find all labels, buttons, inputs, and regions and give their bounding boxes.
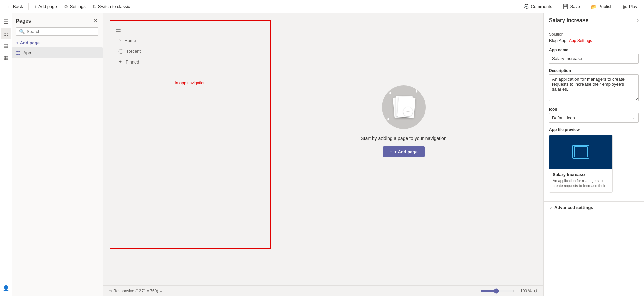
icon-label: Icon — [549, 107, 639, 112]
icon-group: Icon Default icon Custom icon ⌄ — [549, 107, 639, 123]
nav-pinned-item[interactable]: ✦ Pinned — [114, 56, 266, 67]
app-tile-header — [549, 135, 612, 169]
sidebar-data-icon[interactable]: ▦ — [1, 52, 11, 63]
app-tile-name: Salary Increase — [553, 172, 609, 177]
pages-panel: Pages ✕ 🔍 + Add page ☷ App ⋯ — [12, 13, 103, 296]
app-name-label: App name — [549, 48, 639, 52]
page-item-more-button[interactable]: ⋯ — [93, 50, 98, 56]
sparkle-icon-2: ✦ — [414, 88, 419, 94]
canvas-container: ☰ ⌂ Home ◯ Recent ✦ Pinned In app naviga… — [103, 13, 543, 285]
nav-home-item[interactable]: ⌂ Home — [114, 35, 266, 46]
play-icon: ▶ — [623, 4, 627, 9]
home-icon: ⌂ — [118, 38, 121, 43]
chevron-down-icon: ⌄ — [159, 289, 163, 293]
sidebar-layers-icon[interactable]: ▤ — [1, 40, 11, 51]
switch-classic-button[interactable]: ⇅ Switch to classic — [90, 3, 133, 11]
sparkle-icon-3: ✦ — [386, 116, 390, 122]
pin-icon: ✦ — [118, 59, 122, 65]
app-tile-description: An application for managers to create re… — [553, 178, 609, 189]
advanced-settings[interactable]: ⌄ Advanced settings — [544, 201, 644, 213]
icon-sidebar: ☰ ☷ ▤ ▦ 👤 — [0, 13, 12, 296]
settings-button[interactable]: ⚙ Settings — [61, 3, 88, 11]
panel-close-button[interactable]: › — [637, 17, 639, 24]
placeholder-icon: + ✦ ✦ ✦ — [382, 85, 426, 129]
add-page-sidebar-button[interactable]: + Add page — [12, 38, 103, 47]
right-panel: Salary Increase › Solution Blog App App … — [543, 13, 644, 296]
add-circle-icon: + — [403, 107, 413, 116]
chevron-down-icon: ⌄ — [549, 205, 552, 210]
comment-icon: 💬 — [524, 4, 529, 9]
add-page-button[interactable]: + Add page — [31, 3, 60, 11]
page-item-icon: ☷ — [16, 50, 21, 56]
publish-button[interactable]: 📂 Publish — [588, 3, 615, 11]
zoom-control: − + 100 % ↺ — [476, 288, 538, 294]
app-settings-link[interactable]: App Settings — [569, 38, 592, 43]
top-bar: ← Back + Add page ⚙ Settings ⇅ Switch to… — [0, 0, 644, 13]
app-tile-preview-group: App tile preview Salary Increase An appl… — [549, 127, 639, 193]
search-icon: 🔍 — [19, 29, 25, 34]
sparkle-icon-1: ✦ — [388, 90, 392, 96]
blog-app-value: Blog App — [549, 38, 566, 43]
description-textarea[interactable]: An application for managers to create re… — [549, 74, 639, 101]
gear-icon: ⚙ — [64, 4, 68, 9]
play-button[interactable]: ▶ Play — [621, 3, 640, 11]
top-bar-right: 💬 Comments 💾 Save 📂 Publish ▶ Play — [521, 3, 640, 11]
hamburger-icon[interactable]: ☰ — [114, 25, 266, 35]
solution-group: Solution Blog App App Settings — [549, 32, 639, 43]
switch-icon: ⇅ — [92, 4, 96, 9]
solution-label: Solution — [549, 32, 639, 37]
recent-icon: ◯ — [118, 48, 124, 54]
reset-zoom-icon[interactable]: ↺ — [534, 288, 538, 294]
nav-recent-item[interactable]: ◯ Recent — [114, 46, 266, 56]
panel-header: Salary Increase › — [544, 13, 644, 28]
sidebar-people-icon[interactable]: 👤 — [1, 283, 11, 293]
back-button[interactable]: ← Back — [4, 3, 26, 11]
sidebar-menu-icon[interactable]: ☰ — [1, 16, 11, 27]
zoom-minus-icon[interactable]: − — [476, 289, 478, 293]
pages-stack: + — [392, 95, 415, 119]
app-tile-body: Salary Increase An application for manag… — [549, 169, 612, 192]
close-pages-button[interactable]: ✕ — [93, 17, 98, 25]
sidebar-pages-icon[interactable]: ☷ — [1, 28, 11, 39]
save-button[interactable]: 💾 Save — [560, 3, 583, 11]
pages-header: Pages ✕ — [12, 13, 103, 27]
canvas-placeholder: + ✦ ✦ ✦ Start by adding a page to your n… — [271, 20, 536, 222]
panel-title: Salary Increase — [549, 17, 588, 24]
add-page-canvas-button[interactable]: + + Add page — [383, 146, 425, 157]
in-app-nav-label: In app navigation — [114, 81, 266, 85]
zoom-slider[interactable] — [480, 288, 514, 294]
save-icon: 💾 — [563, 4, 568, 9]
app-name-group: App name — [549, 48, 639, 64]
app-tile-preview-label: App tile preview — [549, 127, 639, 132]
plus-icon: + — [390, 149, 392, 154]
pages-title: Pages — [16, 18, 31, 24]
main-layout: ☰ ☷ ▤ ▦ 👤 Pages ✕ 🔍 + Add page ☷ App ⋯ — [0, 13, 644, 296]
page-list-item[interactable]: ☷ App ⋯ — [12, 47, 103, 58]
divider — [28, 3, 29, 10]
search-box[interactable]: 🔍 — [16, 27, 98, 36]
icon-select-wrapper: Default icon Custom icon ⌄ — [549, 113, 639, 123]
placeholder-text: Start by adding a page to your navigatio… — [361, 136, 446, 141]
description-label: Description — [549, 68, 639, 73]
search-input[interactable] — [27, 29, 95, 34]
comments-button[interactable]: 💬 Comments — [521, 3, 555, 11]
canvas-area: ☰ ⌂ Home ◯ Recent ✦ Pinned In app naviga… — [103, 13, 543, 296]
app-tile-icon — [572, 145, 589, 159]
solution-row: Blog App App Settings — [549, 38, 639, 43]
app-name-input[interactable] — [549, 54, 639, 64]
app-tile-preview: Salary Increase An application for manag… — [549, 135, 613, 193]
responsive-icon: ▭ — [108, 289, 112, 293]
panel-content: Solution Blog App App Settings App name … — [544, 28, 644, 201]
responsive-label[interactable]: ▭ Responsive (1271 x 769) ⌄ — [108, 289, 163, 293]
app-frame: ☰ ⌂ Home ◯ Recent ✦ Pinned In app naviga… — [110, 20, 271, 249]
back-arrow-icon: ← — [7, 4, 11, 9]
canvas-bottom: ▭ Responsive (1271 x 769) ⌄ − + 100 % ↺ — [103, 285, 543, 296]
icon-select[interactable]: Default icon Custom icon — [549, 113, 639, 123]
description-group: Description An application for managers … — [549, 68, 639, 102]
publish-icon: 📂 — [591, 4, 597, 9]
top-bar-left: ← Back + Add page ⚙ Settings ⇅ Switch to… — [4, 3, 133, 11]
plus-icon: + — [34, 4, 37, 9]
page-item-label: App — [23, 50, 90, 55]
zoom-plus-icon[interactable]: + — [516, 289, 518, 293]
app-nav: ☰ ⌂ Home ◯ Recent ✦ Pinned In app naviga… — [110, 21, 270, 89]
